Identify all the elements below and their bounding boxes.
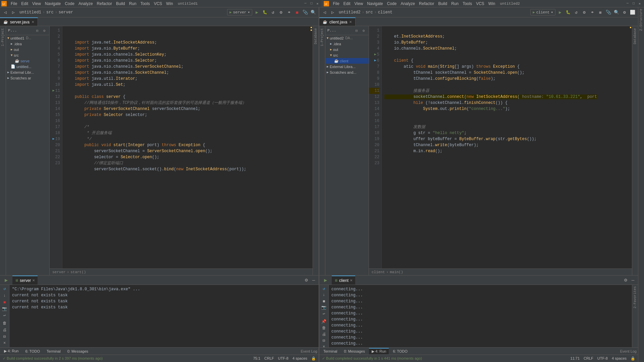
right-stop-btn[interactable]: ◼ bbox=[597, 9, 604, 16]
right-search-btn[interactable]: 🔍 bbox=[613, 9, 620, 16]
left-minimize[interactable]: ─ bbox=[303, 1, 308, 6]
tree-idea[interactable]: ▸ .idea bbox=[6, 41, 49, 47]
left-scroll-down-btn[interactable]: ↓ bbox=[2, 293, 8, 298]
left-server-tab[interactable]: ☕ server.java ✕ bbox=[0, 17, 38, 26]
gutter-exec-left[interactable]: ▶ bbox=[53, 136, 55, 142]
left-rerun-btn[interactable]: ↺ bbox=[270, 9, 276, 16]
left-clear-btn[interactable]: 🗑 bbox=[2, 321, 8, 326]
right-layout-btn[interactable]: ⊟ bbox=[321, 338, 327, 343]
left-debug-btn[interactable]: 🐛 bbox=[262, 9, 268, 16]
right-coverage-btn[interactable]: ☂ bbox=[589, 9, 596, 16]
menu-refactor-left[interactable]: Refactor bbox=[95, 1, 114, 7]
right-tab-todo[interactable]: 6: TODO bbox=[390, 349, 410, 354]
right-trash-btn[interactable]: × bbox=[321, 345, 327, 347]
left-tab-close[interactable]: ✕ bbox=[32, 20, 34, 24]
menu-win-left[interactable]: Win bbox=[164, 1, 175, 7]
tree-untitled1[interactable]: ▾ untitled1 D... bbox=[6, 35, 49, 41]
right-minimize[interactable]: ─ bbox=[625, 1, 630, 6]
menu-code-left[interactable]: Code bbox=[63, 1, 76, 7]
right-tree-ext-libs[interactable]: ▸ External Libra... bbox=[325, 64, 369, 69]
tree-src[interactable]: ▾ src bbox=[6, 52, 49, 58]
right-run-tab[interactable]: 🖥 client ✕ bbox=[332, 276, 355, 285]
right-client-tab[interactable]: ☕ client.java ✕ bbox=[319, 17, 356, 26]
right-run-tab-close[interactable]: ✕ bbox=[350, 279, 353, 282]
breadcrumb-server[interactable]: server bbox=[59, 10, 73, 15]
left-tab-run[interactable]: ▶ 4: Run bbox=[1, 348, 21, 354]
left-tab-messages[interactable]: 0: Messages bbox=[65, 349, 91, 354]
breadcrumb-src[interactable]: src bbox=[46, 10, 54, 15]
left-run-btn[interactable]: ▶ bbox=[254, 9, 260, 16]
gear-icon[interactable]: ⚙ bbox=[41, 27, 47, 34]
left-minimize-panel-btn[interactable]: ─ bbox=[311, 277, 317, 283]
left-build-btn[interactable]: ⚙ bbox=[278, 9, 284, 16]
menu-navigate-left[interactable]: Navigate bbox=[43, 1, 63, 7]
right-debug-btn[interactable]: 🐛 bbox=[565, 9, 572, 16]
menu-tools-right[interactable]: Tools bbox=[461, 1, 474, 7]
left-event-log[interactable]: Event Log bbox=[301, 349, 317, 353]
left-code-area[interactable]: 1 2 3 4 5 6 7 8 9 10 ▶11 bbox=[50, 26, 313, 268]
right-favorites-sidebar[interactable]: 2-Favorites bbox=[632, 285, 638, 347]
menu-win-right[interactable]: Win bbox=[486, 1, 497, 7]
left-search-btn[interactable]: 🔍 bbox=[310, 9, 317, 16]
right-back-btn[interactable]: ◁ bbox=[321, 9, 328, 16]
right-camera-btn[interactable]: 📷 bbox=[321, 305, 327, 310]
left-stop-btn[interactable]: ◼ bbox=[294, 9, 301, 16]
left-forward-btn[interactable]: ▷ bbox=[10, 9, 17, 16]
right-tab-run[interactable]: ▶ 4: Run bbox=[369, 348, 389, 354]
tree-server-file[interactable]: ☕ serve bbox=[6, 58, 49, 64]
right-db-sidebar[interactable]: Database bbox=[632, 26, 638, 275]
left-run-config[interactable]: ▶ server ▾ bbox=[227, 9, 252, 15]
menu-view-left[interactable]: View bbox=[30, 1, 43, 7]
right-collapse-btn[interactable]: ⊟ bbox=[354, 27, 360, 34]
right-expand-btn[interactable]: ⬜ bbox=[629, 9, 636, 16]
right-run-config[interactable]: ▶ client ▾ bbox=[530, 9, 555, 15]
right-rerun-side-btn[interactable]: ↺ bbox=[321, 286, 327, 291]
right-breadcrumb-project[interactable]: untitled2 bbox=[339, 10, 361, 15]
right-tree-src[interactable]: ▾ src bbox=[325, 52, 369, 58]
left-maximize[interactable]: □ bbox=[309, 1, 314, 6]
tree-untitled-file[interactable]: 📄 untitled... bbox=[6, 64, 49, 69]
right-gutter-run[interactable]: ▶ bbox=[374, 52, 376, 58]
right-tree-idea[interactable]: ▸ .idea bbox=[325, 41, 369, 47]
menu-refactor-right[interactable]: Refactor bbox=[417, 1, 436, 7]
collapse-btn[interactable]: ⊟ bbox=[34, 27, 40, 34]
right-settings-btn[interactable]: ⚙ bbox=[621, 9, 628, 16]
right-rerun-btn[interactable]: ↺ bbox=[573, 9, 580, 16]
left-code-content[interactable]: import java.net.InetSocketAddress; impor… bbox=[62, 26, 310, 268]
right-maximize[interactable]: □ bbox=[631, 1, 636, 6]
gutter-run-left[interactable]: ▶ bbox=[53, 88, 55, 94]
right-tree-untitled2[interactable]: ▾ untitled2 DA... bbox=[325, 35, 369, 41]
right-breadcrumb-src[interactable]: src bbox=[366, 10, 373, 15]
right-wrap-btn[interactable]: ↩ bbox=[321, 311, 327, 316]
tree-scratches[interactable]: ▸ Scratches ar bbox=[6, 75, 49, 81]
menu-code-right[interactable]: Code bbox=[385, 1, 399, 7]
menu-edit-left[interactable]: Edit bbox=[19, 1, 30, 7]
right-forward-btn[interactable]: ▷ bbox=[329, 9, 336, 16]
menu-view-right[interactable]: View bbox=[353, 1, 365, 7]
left-project-sidebar[interactable]: 1-Project bbox=[0, 26, 6, 275]
right-attach-btn[interactable]: 📎 bbox=[605, 9, 612, 16]
menu-file-right[interactable]: File bbox=[331, 1, 341, 7]
left-layout-btn[interactable]: ⊟ bbox=[2, 334, 8, 339]
right-breadcrumb-client[interactable]: client bbox=[378, 10, 392, 15]
tree-out[interactable]: ▸ out bbox=[6, 47, 49, 52]
left-attach-btn[interactable]: 📎 bbox=[302, 9, 309, 16]
left-settings-btn[interactable]: ⚙ bbox=[303, 277, 309, 283]
right-code-area[interactable]: 1 2 3 4 ▶5 ▶6 7 8 9 bbox=[369, 26, 632, 268]
menu-build-left[interactable]: Build bbox=[114, 1, 127, 7]
right-tree-scratches[interactable]: ▸ Scratches and... bbox=[325, 69, 369, 75]
menu-vcs-right[interactable]: VCS bbox=[474, 1, 486, 7]
right-tab-close[interactable]: ✕ bbox=[349, 20, 352, 24]
menu-run-right[interactable]: Run bbox=[449, 1, 461, 7]
left-close[interactable]: ✕ bbox=[315, 1, 320, 6]
menu-tools-left[interactable]: Tools bbox=[139, 1, 152, 7]
right-tree-out[interactable]: ▸ out bbox=[325, 47, 369, 52]
right-minimize-panel-btn[interactable]: ─ bbox=[630, 277, 636, 283]
left-coverage-btn[interactable]: ☂ bbox=[286, 9, 292, 16]
menu-navigate-right[interactable]: Navigate bbox=[365, 1, 385, 7]
menu-vcs-left[interactable]: VCS bbox=[152, 1, 164, 7]
right-pin-btn[interactable]: 📌 bbox=[321, 319, 327, 324]
left-print-btn[interactable]: 🖨 bbox=[2, 327, 8, 333]
right-print-btn[interactable]: 🖨 bbox=[321, 332, 327, 337]
left-tab-terminal[interactable]: Terminal bbox=[44, 349, 63, 354]
